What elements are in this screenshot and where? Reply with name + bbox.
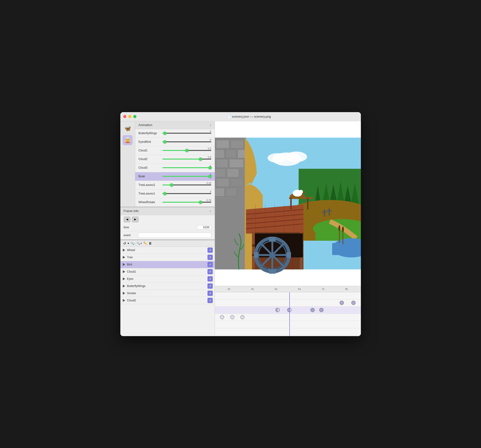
svg-marker-7	[123, 299, 125, 302]
layer-loop-icon[interactable]: ↺	[208, 262, 213, 267]
anim-row-beak[interactable]: Beak 1	[135, 172, 215, 181]
prev-frame-button[interactable]: ◀	[124, 216, 130, 222]
animation-rows: ButterflyWings 0 EyesBlink 0 Cloud1 0.5 …	[135, 129, 215, 207]
track-row-bird	[215, 307, 361, 314]
svg-rect-24	[332, 243, 361, 255]
maximize-button[interactable]	[133, 115, 136, 118]
keyframe[interactable]	[275, 308, 280, 312]
layer-loop-icon[interactable]: ↺	[208, 283, 213, 289]
anim-row-cloud2[interactable]: Cloud2 0.8	[135, 155, 215, 164]
zoom-out-icon[interactable]: 🔍-	[131, 242, 135, 245]
layer-loop-icon[interactable]: ↺	[208, 298, 213, 303]
svg-marker-1	[123, 256, 125, 259]
svg-rect-67	[254, 252, 258, 258]
layer-row-eyes[interactable]: Eyes ↺	[120, 276, 215, 283]
anim-slider[interactable]	[163, 140, 211, 144]
next-frame-button[interactable]: ▶	[132, 216, 139, 222]
add-button[interactable]: +	[128, 241, 129, 245]
anim-slider[interactable]	[163, 183, 211, 187]
keyframe[interactable]	[240, 315, 245, 319]
layer-loop-icon[interactable]: ↺	[208, 255, 213, 260]
layer-loop-icon[interactable]: ↺	[208, 291, 213, 296]
sidebar-icon-person[interactable]: 🧝	[122, 135, 133, 145]
keyframe[interactable]	[310, 308, 315, 312]
layer-row-cloud1[interactable]: Cloud1 ↺	[120, 268, 215, 276]
time-label: time	[124, 226, 138, 229]
anim-row-eyesblink[interactable]: EyesBlink 0	[135, 138, 215, 146]
frame-info-arrow[interactable]: ↑	[210, 209, 211, 213]
layer-name: Smoke	[127, 292, 208, 295]
layer-loop-icon[interactable]: ↺	[208, 276, 213, 281]
frame-info-header: Frame Info ↑	[120, 207, 215, 215]
track-row-eyes	[215, 321, 361, 328]
scenery-svg	[215, 121, 361, 286]
anim-label: Beak	[139, 175, 163, 178]
anim-value: 1	[210, 173, 211, 176]
ruler-mark: 4s	[241, 287, 264, 290]
trash-icon[interactable]: 🗑	[149, 241, 152, 245]
layer-play-icon	[122, 292, 126, 295]
anim-row-cloud3[interactable]: Cloud3 1	[135, 164, 215, 172]
svg-rect-38	[215, 188, 225, 196]
keyframe[interactable]	[351, 301, 356, 305]
anim-slider[interactable]	[163, 157, 211, 161]
svg-rect-34	[215, 169, 226, 177]
layer-row-bird[interactable]: Bird ↺	[120, 261, 215, 268]
time-value[interactable]: 6200	[197, 225, 211, 230]
anim-slider[interactable]	[163, 131, 211, 135]
timeline-left-panel: ↺ + 🔍- 🔍+ ✏️ 🗑 Wheel ↺ Tree ↺ Bi	[120, 239, 215, 336]
layer-name: Bird	[127, 263, 208, 266]
anim-row-treeleaves1[interactable]: TreeLeaves1 0	[135, 190, 215, 198]
keyframe[interactable]	[220, 315, 224, 319]
layer-loop-icon[interactable]: ↺	[208, 269, 213, 274]
anim-slider[interactable]	[163, 174, 211, 178]
canvas-area	[215, 121, 361, 286]
minimize-button[interactable]	[128, 115, 131, 118]
anim-label: TreeLeaves1	[139, 192, 163, 195]
anim-row-wheelrotate[interactable]: WheelRotate 0.78	[135, 198, 215, 207]
layer-row-cloud2[interactable]: Cloud2 ↺	[120, 297, 215, 304]
layer-name: Eyes	[127, 277, 208, 280]
layer-row-wheel[interactable]: Wheel ↺	[120, 247, 215, 254]
svg-rect-37	[230, 178, 244, 187]
anim-label: ButterflyWings	[139, 131, 163, 135]
zoom-in-icon[interactable]: 🔍+	[137, 242, 142, 245]
anim-value: 0.78	[207, 199, 211, 202]
anim-slider[interactable]	[163, 200, 211, 204]
track-row-wheel	[215, 292, 361, 300]
anim-value: 0.19	[207, 182, 211, 185]
svg-marker-0	[123, 249, 125, 252]
pencil-icon[interactable]: ✏️	[143, 241, 147, 245]
sidebar-icon-butterfly[interactable]: 🦋	[122, 124, 133, 134]
anim-row-treeleaves2[interactable]: TreeLeaves2 0.19	[135, 181, 215, 190]
anim-slider[interactable]	[163, 166, 211, 170]
anim-label: EyesBlink	[139, 140, 163, 144]
layer-row-butterflywings[interactable]: ButterflyWings ↺	[120, 283, 215, 290]
svg-rect-28	[230, 140, 244, 148]
layer-row-smoke[interactable]: Smoke ↺	[120, 290, 215, 297]
playhead-line	[289, 321, 290, 328]
layer-play-icon	[122, 299, 126, 302]
anim-slider[interactable]	[163, 191, 211, 196]
traffic-lights	[123, 115, 136, 118]
svg-rect-30	[226, 149, 236, 158]
rotate-icon[interactable]: ↺	[123, 241, 126, 245]
layer-loop-icon[interactable]: ↺	[208, 247, 213, 253]
layer-row-tree[interactable]: Tree ↺	[120, 254, 215, 261]
keyframe[interactable]	[339, 301, 344, 305]
layer-play-icon	[122, 248, 126, 252]
keyframe[interactable]	[230, 315, 234, 319]
event-input[interactable]	[138, 233, 211, 238]
close-button[interactable]	[123, 115, 126, 118]
keyframe[interactable]	[319, 308, 323, 312]
svg-rect-66	[269, 269, 276, 274]
svg-marker-4	[123, 278, 125, 280]
anim-slider[interactable]	[163, 148, 211, 153]
svg-rect-31	[238, 149, 246, 158]
anim-row-cloud1[interactable]: Cloud1 0.5	[135, 146, 215, 155]
anim-row-butterflywings[interactable]: ButterflyWings 0	[135, 129, 215, 138]
anim-label: Cloud3	[139, 166, 163, 169]
ruler-mark: 6s	[288, 287, 311, 290]
layer-name: ButterflyWings	[127, 284, 208, 288]
animation-arrow[interactable]: ↑	[210, 123, 211, 127]
